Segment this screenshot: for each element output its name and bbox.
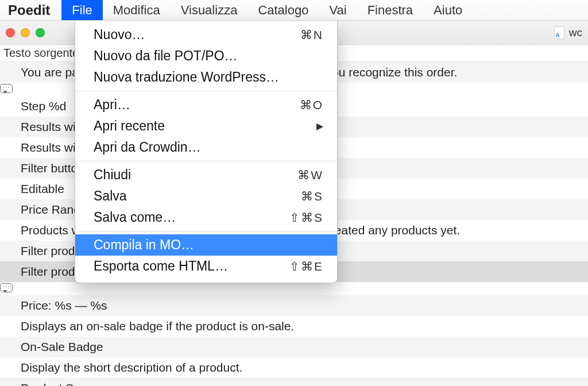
menu-item-apri[interactable]: Apri…⌘O — [75, 94, 337, 115]
menu-item-esporta-come-html[interactable]: Esporta come HTML…⇧⌘E — [75, 256, 337, 277]
menu-item-shortcut: ⇧⌘E — [289, 260, 323, 273]
menu-visualizza[interactable]: Visualizza — [171, 0, 248, 20]
menu-item-shortcut: ⇧⌘S — [289, 211, 323, 225]
menu-item-label: Nuovo da file POT/PO… — [94, 48, 238, 64]
menu-separator — [75, 161, 337, 161]
window-controls — [6, 28, 45, 37]
menu-item-shortcut: ⌘S — [301, 190, 323, 203]
menu-item-apri-recente[interactable]: Apri recente▶ — [75, 115, 337, 137]
menu-item-label: Salva — [94, 188, 127, 204]
file-menu-dropdown: Nuovo…⌘NNuovo da file POT/PO…Nuova tradu… — [75, 21, 338, 283]
app-name: Poedit — [0, 0, 61, 20]
menu-item-label: Apri recente — [94, 118, 165, 134]
submenu-arrow-icon: ▶ — [316, 121, 323, 132]
menu-item-label: Nuova traduzione WordPress… — [94, 70, 279, 85]
menu-item-nuovo[interactable]: Nuovo…⌘N — [75, 24, 337, 45]
menu-item-nuova-traduzione-wordpress[interactable]: Nuova traduzione WordPress… — [75, 67, 337, 88]
close-window-icon[interactable] — [6, 28, 15, 37]
menu-item-shortcut: ⌘N — [300, 28, 323, 42]
toolbar-file-indicator: wc — [554, 26, 582, 39]
table-row[interactable]: On-Sale Badge — [0, 337, 588, 357]
po-file-icon — [554, 26, 564, 39]
menu-item-label: Apri da Crowdin… — [94, 140, 201, 155]
menu-item-apri-da-crowdin[interactable]: Apri da Crowdin… — [75, 137, 337, 158]
menu-modifica[interactable]: Modifica — [103, 0, 171, 20]
comment-icon — [0, 282, 13, 295]
menu-item-shortcut: ⌘W — [297, 168, 323, 182]
zoom-window-icon[interactable] — [36, 28, 45, 37]
menu-item-compila-in-mo[interactable]: Compila in MO… — [75, 234, 337, 256]
menu-item-label: Chiudi — [94, 167, 131, 183]
menu-item-nuovo-da-file-pot-po[interactable]: Nuovo da file POT/PO… — [75, 45, 337, 67]
menu-catalogo[interactable]: Catalogo — [247, 0, 319, 20]
menu-item-label: Esporta come HTML… — [94, 258, 228, 274]
table-row[interactable]: Display the short description of a produ… — [0, 357, 588, 378]
menu-separator — [75, 91, 337, 91]
menu-item-label: Apri… — [94, 97, 130, 113]
table-row[interactable]: Product Summary — [0, 378, 588, 386]
menubar: Poedit File Modifica Visualizza Catalogo… — [0, 0, 588, 21]
comment-icon — [0, 83, 13, 95]
menu-file[interactable]: File — [61, 0, 102, 20]
menu-finestra[interactable]: Finestra — [357, 0, 423, 20]
table-row[interactable]: Displays an on-sale badge if the product… — [0, 316, 588, 337]
menu-item-label: Compila in MO… — [94, 237, 194, 253]
toolbar-filename: wc — [569, 26, 582, 39]
menu-vai[interactable]: Vai — [319, 0, 357, 20]
menu-item-label: Nuovo… — [94, 27, 145, 43]
minimize-window-icon[interactable] — [21, 28, 30, 37]
menu-aiuto[interactable]: Aiuto — [423, 0, 473, 20]
menu-item-salva[interactable]: Salva⌘S — [75, 186, 337, 207]
table-row[interactable]: Price: %s — %s — [0, 295, 588, 316]
menu-separator — [75, 231, 337, 231]
menu-item-label: Salva come… — [94, 210, 176, 225]
menu-item-shortcut: ⌘O — [300, 98, 323, 112]
menu-item-chiudi[interactable]: Chiudi⌘W — [75, 164, 337, 186]
menu-item-salva-come[interactable]: Salva come…⇧⌘S — [75, 207, 337, 228]
